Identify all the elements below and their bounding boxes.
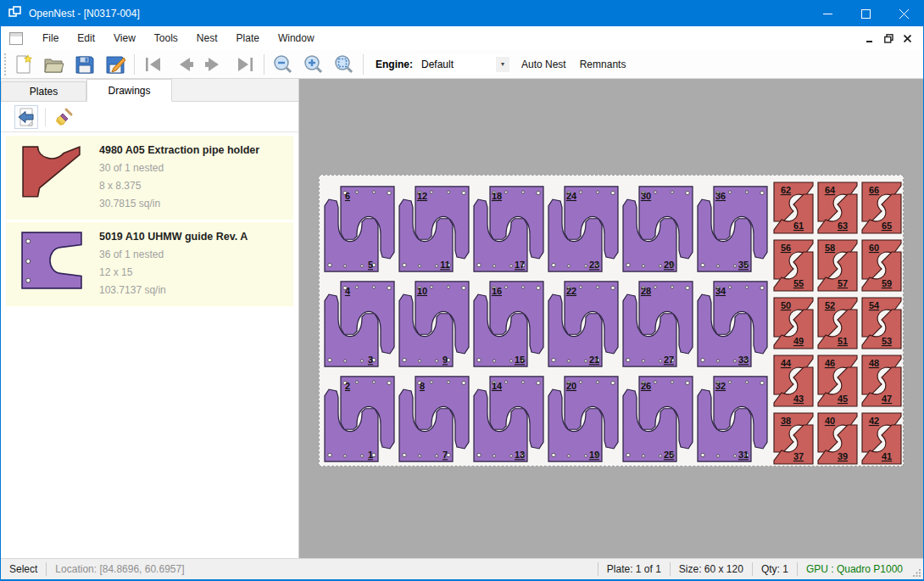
- svg-text:12: 12: [417, 191, 427, 201]
- svg-text:48: 48: [869, 358, 879, 368]
- svg-text:66: 66: [869, 185, 879, 195]
- tab-drawings[interactable]: Drawings: [86, 79, 172, 102]
- first-plate-button[interactable]: [138, 52, 169, 77]
- nested-part-pair-red[interactable]: 6665: [860, 180, 904, 236]
- svg-text:54: 54: [869, 300, 880, 310]
- nested-part-pair-red[interactable]: 6463: [815, 180, 860, 236]
- clear-drawings-broom-icon[interactable]: [53, 105, 76, 129]
- nested-part-pair-red[interactable]: 5857: [815, 237, 860, 293]
- svg-text:45: 45: [838, 394, 848, 404]
- mdi-minimize-icon[interactable]: [860, 30, 879, 47]
- nested-part-pair-purple[interactable]: 109: [397, 280, 471, 368]
- svg-text:60: 60: [869, 243, 879, 253]
- svg-text:42: 42: [869, 416, 879, 426]
- tab-plates[interactable]: Plates: [1, 81, 86, 101]
- nested-part-pair-red[interactable]: 4847: [860, 353, 904, 409]
- nested-part-pair-red[interactable]: 5049: [771, 295, 815, 351]
- svg-text:20: 20: [566, 381, 576, 391]
- nested-part-pair-red[interactable]: 5251: [815, 295, 860, 351]
- zoom-in-button[interactable]: [298, 52, 329, 77]
- svg-text:53: 53: [882, 336, 892, 346]
- nested-part-pair-purple[interactable]: 65: [322, 185, 397, 273]
- import-drawing-button[interactable]: [14, 105, 38, 129]
- menu-edit[interactable]: Edit: [68, 28, 104, 48]
- save-button[interactable]: [70, 52, 100, 77]
- engine-select[interactable]: Default ▾: [418, 54, 509, 75]
- nested-part-pair-red[interactable]: 4645: [815, 353, 860, 409]
- nested-part-pair-purple[interactable]: 1615: [471, 280, 546, 368]
- menu-tools[interactable]: Tools: [145, 28, 187, 48]
- nested-part-pair-purple[interactable]: 3231: [695, 375, 770, 463]
- nested-part-pair-red[interactable]: 5453: [860, 295, 904, 351]
- nested-part-pair-purple[interactable]: 3433: [695, 280, 770, 368]
- menu-file[interactable]: File: [33, 28, 68, 48]
- svg-text:46: 46: [825, 358, 835, 368]
- nested-part-pair-purple[interactable]: 2827: [621, 280, 695, 368]
- svg-text:40: 40: [825, 416, 835, 426]
- nested-part-pair-red[interactable]: 3837: [771, 411, 815, 466]
- sidebar: Plates Drawings: [1, 79, 299, 558]
- last-plate-button[interactable]: [230, 52, 260, 77]
- close-button[interactable]: [885, 1, 923, 26]
- nested-part-pair-purple[interactable]: 2625: [621, 375, 695, 463]
- nested-part-pair-purple[interactable]: 43: [322, 280, 397, 368]
- nested-part-pair-purple[interactable]: 87: [397, 375, 471, 463]
- nested-part-pair-purple[interactable]: 3029: [621, 185, 695, 273]
- svg-text:57: 57: [838, 278, 848, 288]
- svg-text:6: 6: [345, 191, 350, 201]
- menu-nest[interactable]: Nest: [187, 28, 227, 48]
- mdi-restore-icon[interactable]: [879, 30, 898, 47]
- nested-part-pair-purple[interactable]: 3635: [695, 185, 770, 273]
- svg-text:35: 35: [738, 260, 749, 271]
- previous-plate-button[interactable]: [169, 52, 199, 77]
- chevron-down-icon[interactable]: ▾: [496, 57, 509, 72]
- nested-part-pair-red[interactable]: 5655: [771, 237, 815, 293]
- document-icon[interactable]: [9, 32, 23, 45]
- nested-part-pair-purple[interactable]: 1817: [471, 185, 546, 273]
- nested-part-pair-red[interactable]: 4443: [771, 353, 815, 409]
- auto-nest-button[interactable]: Auto Nest: [515, 53, 573, 75]
- svg-text:33: 33: [738, 355, 749, 366]
- maximize-button[interactable]: [847, 1, 885, 26]
- nested-part-pair-purple[interactable]: 2221: [546, 280, 621, 368]
- toolbar-grip[interactable]: [3, 53, 8, 75]
- menu-window[interactable]: Window: [269, 28, 324, 48]
- svg-text:43: 43: [793, 394, 804, 404]
- svg-text:62: 62: [781, 185, 791, 195]
- nested-part-pair-red[interactable]: 6261: [771, 180, 815, 236]
- svg-text:65: 65: [882, 221, 892, 231]
- drawing-item[interactable]: 4980 A05 Extraction pipe holder 30 of 1 …: [6, 136, 293, 220]
- open-file-button[interactable]: [39, 52, 70, 77]
- sidebar-tabstrip: Plates Drawings: [1, 79, 298, 102]
- nested-part-pair-purple[interactable]: 2019: [546, 375, 621, 463]
- nested-part-pair-red[interactable]: 4241: [860, 411, 904, 466]
- nest-canvas[interactable]: 65 1211 1817 2423 3029 3635 43 109 1615 …: [299, 79, 923, 558]
- nested-part-pair-purple[interactable]: 1211: [397, 185, 471, 273]
- resize-grip-icon[interactable]: [911, 559, 923, 579]
- drawing-item[interactable]: 5019 A10 UHMW guide Rev. A 36 of 1 neste…: [6, 222, 293, 306]
- svg-text:8: 8: [420, 381, 425, 391]
- plate-sheet[interactable]: 65 1211 1817 2423 3029 3635 43 109 1615 …: [319, 175, 904, 466]
- menu-view[interactable]: View: [104, 28, 145, 48]
- zoom-fit-button[interactable]: [329, 52, 359, 77]
- save-as-button[interactable]: [100, 52, 131, 77]
- remnants-button[interactable]: Remnants: [573, 53, 633, 75]
- new-file-button[interactable]: [8, 52, 39, 77]
- nested-part-pair-red[interactable]: 6059: [860, 237, 904, 293]
- svg-text:9: 9: [443, 355, 448, 366]
- svg-text:44: 44: [781, 358, 792, 368]
- drawing-area: 103.7137 sq/in: [99, 282, 288, 299]
- next-plate-button[interactable]: [199, 52, 230, 77]
- menu-plate[interactable]: Plate: [227, 28, 269, 48]
- minimize-button[interactable]: [809, 1, 847, 26]
- mdi-close-icon[interactable]: [898, 30, 916, 47]
- svg-text:22: 22: [566, 286, 576, 296]
- nested-part-pair-purple[interactable]: 21: [322, 375, 397, 463]
- status-bar: Select Location: [84.8696, 60.6957] Plat…: [1, 558, 923, 579]
- zoom-out-button[interactable]: [268, 52, 298, 77]
- nested-part-pair-red[interactable]: 4039: [815, 411, 860, 466]
- nested-part-pair-purple[interactable]: 1413: [471, 375, 546, 463]
- nested-part-pair-purple[interactable]: 2423: [546, 185, 621, 273]
- svg-text:7: 7: [443, 450, 448, 461]
- window-title: OpenNest - [N0317-004]: [29, 8, 140, 20]
